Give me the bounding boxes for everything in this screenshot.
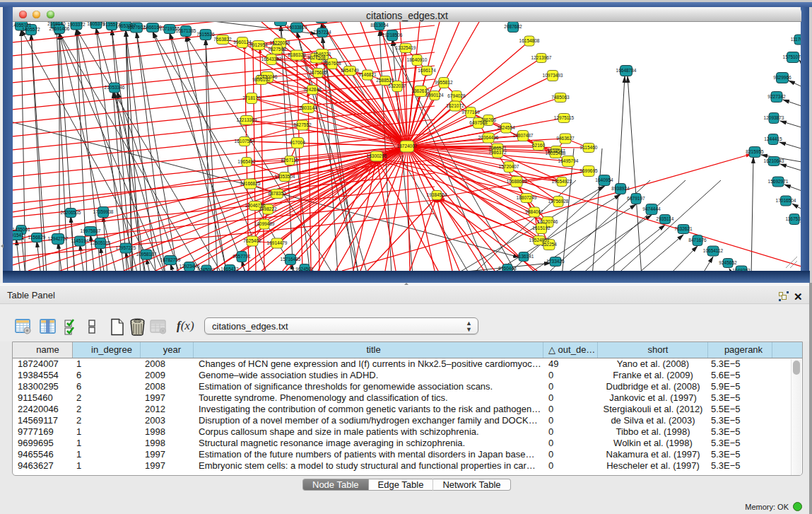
svg-text:8813054: 8813054 <box>370 23 389 28</box>
svg-text:2588520: 2588520 <box>376 78 394 83</box>
svg-text:15226058: 15226058 <box>270 40 290 45</box>
svg-text:1733426: 1733426 <box>546 259 565 264</box>
svg-text:1003779: 1003779 <box>271 22 290 23</box>
svg-text:6794028: 6794028 <box>447 93 466 98</box>
svg-text:9463627: 9463627 <box>556 136 575 141</box>
svg-text:8990124: 8990124 <box>425 93 444 98</box>
svg-text:20364436: 20364436 <box>478 135 499 140</box>
svg-text:9896102: 9896102 <box>252 77 271 82</box>
svg-text:1640954: 1640954 <box>595 177 613 182</box>
svg-text:7485063: 7485063 <box>551 95 570 100</box>
svg-text:18640910: 18640910 <box>407 57 428 62</box>
svg-text:17359938: 17359938 <box>93 209 114 214</box>
svg-text:1435061: 1435061 <box>13 227 30 232</box>
svg-text:10973493: 10973493 <box>543 73 563 78</box>
svg-text:1156829: 1156829 <box>28 235 46 240</box>
svg-text:7625402: 7625402 <box>243 238 261 243</box>
svg-text:13325419: 13325419 <box>396 45 416 50</box>
svg-text:18300295: 18300295 <box>367 153 387 158</box>
svg-text:1244415: 1244415 <box>764 136 782 141</box>
svg-text:8912954: 8912954 <box>249 42 268 47</box>
svg-text:19218506: 19218506 <box>382 33 403 37</box>
svg-text:19975887: 19975887 <box>81 228 101 233</box>
svg-text:6879197: 6879197 <box>627 196 645 201</box>
svg-text:1903372: 1903372 <box>67 22 86 27</box>
svg-text:1621072: 1621072 <box>446 103 464 108</box>
svg-text:6322037: 6322037 <box>388 83 406 88</box>
svg-text:7986372: 7986372 <box>488 150 507 155</box>
svg-text:2718176: 2718176 <box>242 95 261 100</box>
svg-text:16120746: 16120746 <box>538 219 558 224</box>
svg-text:9329966: 9329966 <box>773 75 792 80</box>
svg-text:16107554: 16107554 <box>235 139 255 144</box>
svg-text:12213369: 12213369 <box>237 117 257 122</box>
svg-text:746266: 746266 <box>481 117 496 122</box>
svg-text:9146821: 9146821 <box>358 72 377 77</box>
svg-text:8471676: 8471676 <box>688 238 707 243</box>
svg-text:16914479: 16914479 <box>267 240 288 245</box>
svg-text:21053346: 21053346 <box>105 85 125 90</box>
svg-text:16782759: 16782759 <box>160 257 181 262</box>
svg-text:8186328: 8186328 <box>288 52 306 57</box>
svg-text:8267110: 8267110 <box>281 158 299 163</box>
svg-text:19384554: 19384554 <box>427 192 447 197</box>
svg-text:19166825: 19166825 <box>240 181 261 186</box>
svg-text:7632621: 7632621 <box>674 226 693 231</box>
svg-text:7357224: 7357224 <box>313 30 331 35</box>
svg-text:3824554: 3824554 <box>497 125 515 130</box>
svg-text:10654112: 10654112 <box>703 248 724 253</box>
svg-text:9777169: 9777169 <box>461 110 480 115</box>
svg-text:9474444: 9474444 <box>642 206 661 211</box>
svg-text:8215955: 8215955 <box>746 149 764 154</box>
svg-text:9884067: 9884067 <box>525 209 543 214</box>
svg-text:8454749: 8454749 <box>341 68 359 73</box>
svg-text:8427552: 8427552 <box>293 122 312 127</box>
svg-text:10688609: 10688609 <box>507 179 527 184</box>
svg-text:9242848: 9242848 <box>303 87 322 92</box>
svg-text:1167533: 1167533 <box>786 216 801 221</box>
svg-text:2087682: 2087682 <box>504 24 522 29</box>
svg-text:252254: 252254 <box>541 242 557 247</box>
svg-text:15720407: 15720407 <box>499 164 519 169</box>
svg-text:19756928: 19756928 <box>548 199 569 204</box>
svg-text:16210643: 16210643 <box>764 158 784 163</box>
svg-text:1696174: 1696174 <box>418 68 436 73</box>
svg-text:7663822: 7663822 <box>213 37 232 42</box>
svg-text:16154808: 16154808 <box>519 38 540 43</box>
svg-text:917004: 917004 <box>290 140 305 145</box>
svg-text:1145194: 1145194 <box>71 238 89 243</box>
svg-text:62160: 62160 <box>532 143 545 148</box>
svg-text:1615192: 1615192 <box>532 226 551 230</box>
svg-text:7515526: 7515526 <box>196 32 215 37</box>
svg-text:2803144: 2803144 <box>299 105 317 110</box>
svg-text:16648784: 16648784 <box>616 68 637 73</box>
svg-text:9960124: 9960124 <box>233 40 252 45</box>
svg-text:10807487: 10807487 <box>513 133 534 138</box>
svg-text:17016504: 17016504 <box>776 198 796 203</box>
svg-text:10025488: 10025488 <box>546 151 566 156</box>
svg-text:1527602: 1527602 <box>127 25 146 30</box>
svg-text:21691406: 21691406 <box>49 26 70 31</box>
svg-text:8760443: 8760443 <box>498 266 517 271</box>
svg-text:2367608: 2367608 <box>323 61 341 66</box>
svg-text:9699695: 9699695 <box>579 168 598 173</box>
svg-text:16495794: 16495794 <box>558 158 579 163</box>
svg-text:12975115: 12975115 <box>554 115 575 120</box>
svg-text:18807249: 18807249 <box>517 195 537 200</box>
svg-text:15751074: 15751074 <box>783 54 801 59</box>
svg-text:1546221: 1546221 <box>313 52 331 57</box>
svg-text:9245652: 9245652 <box>719 260 737 265</box>
svg-text:9115460: 9115460 <box>580 145 598 150</box>
svg-text:8938924: 8938924 <box>611 186 630 191</box>
svg-text:3675685: 3675685 <box>309 70 327 75</box>
svg-text:9955812: 9955812 <box>435 80 453 85</box>
svg-text:17957225: 17957225 <box>116 245 136 250</box>
svg-text:20206535: 20206535 <box>61 210 81 215</box>
svg-text:16671385: 16671385 <box>176 28 196 33</box>
svg-text:9827508: 9827508 <box>268 47 286 52</box>
svg-text:12093873: 12093873 <box>764 115 784 120</box>
svg-text:13353504: 13353504 <box>275 174 295 179</box>
svg-text:9657791: 9657791 <box>233 254 251 259</box>
svg-text:391541: 391541 <box>13 233 24 238</box>
svg-text:10958187: 10958187 <box>136 252 157 257</box>
